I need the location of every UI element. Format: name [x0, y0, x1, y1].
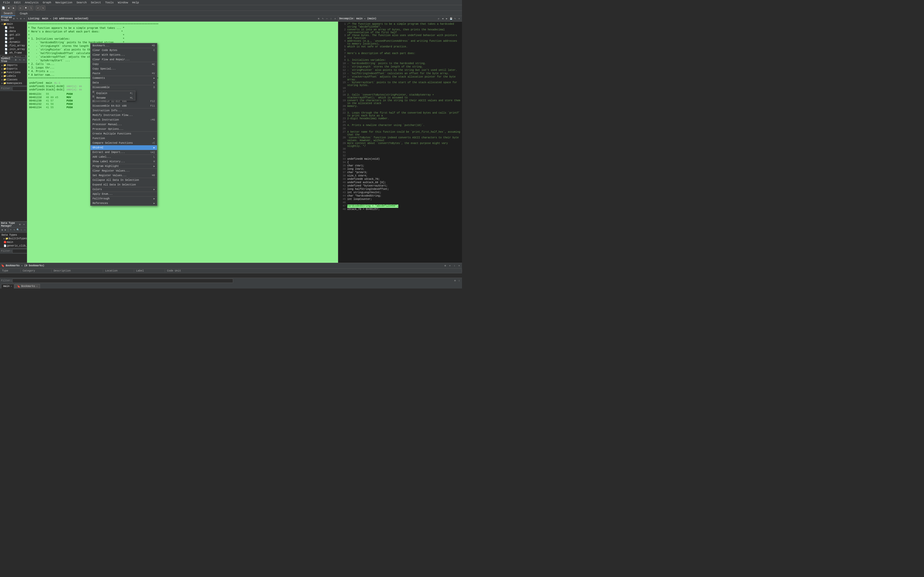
back-btn[interactable]: ◀	[6, 6, 11, 10]
filter-input-st[interactable]	[12, 87, 27, 91]
pt-item-init[interactable]: 📄 .init_array	[0, 47, 26, 51]
bm-filter-icon[interactable]: ⚙	[453, 279, 457, 282]
new-btn[interactable]: 📄	[1, 6, 6, 10]
dtm-btn-4[interactable]: ✎	[13, 228, 16, 232]
dc-icon-3[interactable]: ✎	[453, 17, 457, 21]
pt-root[interactable]: ▼ 📁 main	[0, 22, 26, 26]
menu-graph[interactable]: Graph	[41, 1, 53, 4]
dc-icon-2[interactable]: ▶	[445, 17, 449, 21]
dtm-icon-1[interactable]: ⊞	[18, 223, 22, 226]
st-close[interactable]: ✕	[22, 58, 26, 62]
ctx-add-label[interactable]: Add Label... L	[90, 155, 157, 159]
pt-close[interactable]: ✕	[23, 17, 26, 21]
bm-close-2[interactable]: ✕	[457, 264, 461, 268]
ctx-copy[interactable]: Copy ⌘C	[90, 62, 157, 66]
st-icon-1[interactable]: ⊞	[14, 58, 18, 62]
ctx-modify-flow[interactable]: Modify Instruction Flow...	[90, 113, 157, 118]
pt-icon-2[interactable]: ✎	[16, 17, 19, 21]
listing-icon-4[interactable]: ↕	[329, 17, 333, 21]
decompile-content[interactable]: 1/* The function appears to be a simple …	[338, 22, 462, 263]
run-btn[interactable]: ▷	[18, 6, 23, 10]
tab-bookmarks[interactable]: 🔖 Bookmarks ✕	[15, 284, 40, 288]
st-labels[interactable]: ▶ 📁 Labels	[0, 74, 26, 78]
listing-icon-2[interactable]: ✎	[321, 17, 325, 21]
ctx-clear-flow[interactable]: Clear Flow and Repair...	[90, 57, 157, 62]
menu-file[interactable]: File	[1, 1, 12, 4]
ctx-processor-manual[interactable]: Processor Manual...	[90, 122, 157, 127]
pt-item-fini[interactable]: 📄 .fini_array	[0, 44, 26, 47]
pt-item-bss[interactable]: 📄 .bss	[0, 26, 26, 29]
ctx-processor-options[interactable]: Processor Options...	[90, 127, 157, 131]
forward-btn[interactable]: ▶	[11, 6, 16, 10]
listing-content[interactable]: ****************************************…	[27, 22, 338, 263]
menu-analysis[interactable]: Analysis	[23, 1, 41, 4]
ctx-clear-options[interactable]: Clear With Options...	[90, 53, 157, 57]
st-classes[interactable]: ▶ 📁 Classes	[0, 78, 26, 81]
pt-item-data[interactable]: 📄 .data	[0, 29, 26, 33]
pt-tab-main[interactable]: Program Tree ✕	[0, 55, 26, 57]
ctx-bookmark[interactable]: Bookmark... ⌘D	[90, 43, 157, 48]
dtm-close[interactable]: ✕	[22, 223, 26, 226]
ctx-ghidrai[interactable]: GhidrAI ▶	[90, 145, 157, 150]
bm-icon-1[interactable]: ⊞	[443, 264, 447, 268]
dtm-btn-6[interactable]: ↕	[20, 228, 23, 232]
ctx-patch[interactable]: Patch Instruction ⇧⌘G	[90, 118, 157, 122]
bm-icon-2[interactable]: ↕	[453, 264, 456, 268]
pt-icon-3[interactable]: ⊟	[19, 17, 23, 21]
ctx-expand[interactable]: Expand All Data In Selection	[90, 182, 157, 187]
st-exports[interactable]: ▶ 📁 Exports	[0, 67, 26, 71]
menu-edit[interactable]: Edit	[12, 1, 23, 4]
bm-filter-icon-2[interactable]: ↕	[457, 279, 461, 282]
ctx-fallthrough[interactable]: Fallthrough ▶	[90, 196, 157, 201]
redo-btn[interactable]: ↪	[41, 6, 45, 10]
ctx-extract[interactable]: Extract and Import... ⌥⌘I	[90, 150, 157, 155]
bm-close-1[interactable]: ✕	[448, 264, 452, 268]
dc-refresh[interactable]: ↺	[437, 17, 440, 21]
st-icon-2[interactable]: ✎	[18, 58, 22, 62]
menu-navigation[interactable]: Navigation	[53, 1, 74, 4]
ctx-disassemble-64[interactable]: Disassemble 64-bit x86 F11	[90, 103, 157, 108]
dtm-builtin[interactable]: ▶ 📁 BuiltInTypes	[0, 237, 26, 240]
ctx-paste[interactable]: Paste ⌘V	[90, 71, 157, 76]
ctx-clear-bytes[interactable]: Clear Code Bytes C	[90, 48, 157, 53]
menu-select[interactable]: Select	[89, 1, 103, 4]
listing-close[interactable]: ✕	[333, 17, 337, 21]
st-namespaces[interactable]: ▶ 📁 Namespaces	[0, 81, 26, 85]
menu-search[interactable]: Search	[74, 1, 89, 4]
tab-graph[interactable]: Graph	[17, 11, 31, 16]
st-functions[interactable]: ▶ 📁 Functions	[0, 71, 26, 74]
pt-item-eh[interactable]: 📄 .eh_frame	[0, 51, 26, 55]
tab-main[interactable]: main ✕	[1, 284, 14, 288]
ctx-disassemble[interactable]: Disassemble D	[90, 85, 157, 90]
filter-input-bm[interactable]	[12, 279, 233, 283]
ctx-set-register[interactable]: Set Register Values... ⌘R	[90, 173, 157, 178]
undo-btn[interactable]: ↩	[36, 6, 40, 10]
dtm-generic[interactable]: 📄 generic_clib_64	[0, 244, 26, 248]
dtm-btn-5[interactable]: 🔍	[16, 228, 19, 232]
stop-btn[interactable]: ■	[23, 6, 28, 10]
tab-search[interactable]: Search	[1, 11, 15, 16]
pt-item-gotplt[interactable]: 📄 .got.plt	[0, 33, 26, 37]
dc-icon-1[interactable]: ◀	[441, 17, 444, 21]
ctx-comments[interactable]: Comments ▶	[90, 76, 157, 81]
ctx-apply-enum[interactable]: Apply Enum...	[90, 192, 157, 196]
menu-tools[interactable]: Tools	[103, 1, 116, 4]
dtm-main[interactable]: 🔴 main	[0, 240, 26, 244]
pt-item-dynamic[interactable]: 📄 .dynamic	[0, 40, 26, 44]
filter-input-dtm[interactable]	[12, 249, 27, 253]
dtm-btn-3[interactable]: +	[9, 228, 12, 232]
dc-close[interactable]: ✕	[457, 17, 461, 21]
ctx-compare[interactable]: Compare Selected Functions ⇧C	[90, 141, 157, 145]
ctx-instruction-info[interactable]: Instruction Info...	[90, 108, 157, 113]
ctx-clear-register[interactable]: Clear Register Values...	[90, 168, 157, 173]
ctx-function[interactable]: Function ▶	[90, 136, 157, 141]
ctx-data[interactable]: Data ▶	[90, 81, 157, 85]
menu-window[interactable]: Window	[116, 1, 130, 4]
dtm-btn-7[interactable]: ↔	[23, 228, 26, 232]
st-imports[interactable]: ▶ 📁 Imports	[0, 63, 26, 67]
ctx-program-highlight[interactable]: Program Highlight ▶	[90, 164, 157, 168]
tab-bm-close[interactable]: ✕	[36, 285, 37, 288]
dc-save[interactable]: 💾	[449, 17, 453, 21]
ctx-create-multiple[interactable]: Create Multiple Functions	[90, 131, 157, 136]
pt-icon-1[interactable]: ⊞	[12, 17, 16, 21]
